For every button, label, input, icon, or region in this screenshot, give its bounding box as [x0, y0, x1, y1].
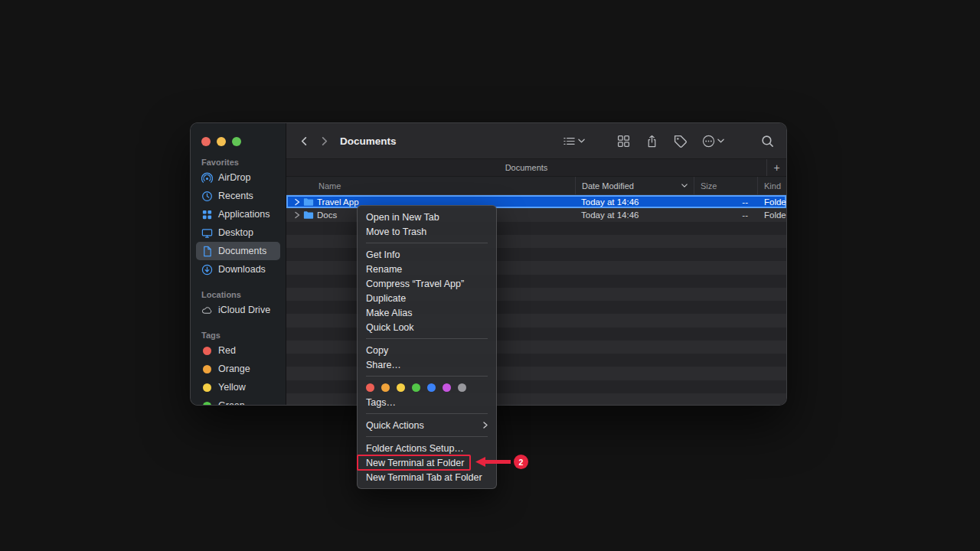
- sidebar-item-green[interactable]: Green: [196, 396, 280, 406]
- sidebar-item-label: AirDrop: [218, 172, 250, 183]
- chevron-down-icon: [578, 139, 585, 143]
- tag-color-dot[interactable]: [427, 383, 436, 392]
- tag-red-dot-icon: [201, 345, 213, 357]
- column-header-date-modified[interactable]: Date Modified: [575, 177, 694, 194]
- toolbar-buttons: [563, 135, 774, 148]
- menu-item-duplicate[interactable]: Duplicate: [358, 291, 496, 305]
- menu-item-label: Tags…: [366, 397, 396, 408]
- toolbar-share-button[interactable]: [645, 135, 658, 148]
- list-view-icon: [563, 135, 576, 148]
- menu-item-label: Share…: [366, 360, 401, 370]
- back-button[interactable]: [294, 131, 314, 151]
- icloud-icon: [201, 305, 213, 316]
- size-cell: --: [694, 210, 757, 220]
- toolbar-view-picker-button[interactable]: [563, 135, 585, 148]
- disclosure-chevron-icon[interactable]: [294, 211, 300, 219]
- tag-color-dot[interactable]: [397, 383, 405, 392]
- sidebar-item-yellow[interactable]: Yellow: [196, 378, 280, 396]
- menu-separator: [366, 436, 488, 437]
- menu-separator: [366, 376, 488, 377]
- sidebar-item-documents[interactable]: Documents: [196, 242, 280, 260]
- column-header-name[interactable]: Name: [286, 177, 575, 194]
- chevron-left-icon: [299, 135, 310, 147]
- sidebar-item-downloads[interactable]: Downloads: [196, 260, 280, 279]
- zoom-button[interactable]: [232, 137, 241, 146]
- menu-item-copy[interactable]: Copy: [358, 343, 496, 357]
- annotation-badge: 2: [514, 455, 528, 469]
- desktop-icon: [201, 227, 213, 239]
- sidebar-item-label: Yellow: [218, 382, 246, 393]
- search-icon: [761, 135, 774, 148]
- size-cell: --: [694, 197, 757, 207]
- menu-item-label: Rename: [366, 264, 402, 275]
- window-title: Documents: [340, 135, 397, 147]
- sidebar-item-label: Desktop: [218, 227, 253, 238]
- menu-item-label: Copy: [366, 345, 388, 356]
- sidebar-section-title-favorites: Favorites: [201, 158, 286, 167]
- menu-item-label: Quick Look: [366, 322, 414, 333]
- sidebar-item-icloud-drive[interactable]: iCloud Drive: [196, 301, 280, 319]
- menu-item-label: Compress “Travel App”: [366, 279, 464, 289]
- menu-item-share[interactable]: Share…: [358, 357, 496, 372]
- more-icon: [702, 135, 715, 148]
- sidebar: FavoritesAirDropRecentsApplicationsDeskt…: [191, 123, 286, 405]
- new-tab-button[interactable]: +: [766, 159, 786, 176]
- menu-item-new-terminal-tab-at-folder[interactable]: New Terminal Tab at Folder: [358, 470, 496, 484]
- toolbar-group-button[interactable]: [617, 135, 630, 148]
- annotation-arrow: [475, 456, 511, 468]
- menu-item-quick-look[interactable]: Quick Look: [358, 320, 496, 334]
- column-header-size[interactable]: Size: [694, 177, 757, 194]
- sidebar-section-title-locations: Locations: [201, 290, 286, 299]
- toolbar-search-button[interactable]: [761, 135, 774, 148]
- close-button[interactable]: [201, 137, 211, 146]
- menu-item-rename[interactable]: Rename: [358, 262, 496, 276]
- minimize-button[interactable]: [217, 137, 226, 146]
- menu-item-tags[interactable]: Tags…: [358, 395, 496, 409]
- menu-item-make-alias[interactable]: Make Alias: [358, 305, 496, 320]
- sidebar-section-title-tags: Tags: [201, 331, 286, 340]
- column-header-kind[interactable]: Kind: [757, 177, 786, 194]
- tag-color-dot[interactable]: [366, 383, 374, 392]
- date-modified-cell: Today at 14:46: [575, 210, 694, 220]
- airdrop-icon: [201, 172, 213, 184]
- menu-separator: [366, 338, 488, 339]
- sidebar-item-label: Recents: [218, 191, 253, 201]
- sidebar-item-label: Applications: [218, 209, 270, 220]
- menu-item-folder-actions-setup[interactable]: Folder Actions Setup…: [358, 441, 496, 455]
- toolbar: Documents: [286, 123, 786, 158]
- context-menu: Open in New TabMove to TrashGet InfoRena…: [357, 205, 497, 489]
- tag-color-dot[interactable]: [443, 383, 451, 392]
- menu-item-compress-travel-app[interactable]: Compress “Travel App”: [358, 276, 496, 291]
- tag-color-dot[interactable]: [412, 383, 420, 392]
- tag-orange-dot-icon: [201, 364, 213, 375]
- menu-item-get-info[interactable]: Get Info: [358, 247, 496, 262]
- file-name-label: Travel App: [317, 197, 359, 207]
- tag-color-dot[interactable]: [458, 383, 466, 392]
- sidebar-sections: FavoritesAirDropRecentsApplicationsDeskt…: [191, 158, 286, 406]
- disclosure-chevron-icon[interactable]: [294, 198, 300, 206]
- menu-item-label: Get Info: [366, 249, 400, 260]
- menu-item-label: New Terminal Tab at Folder: [366, 472, 482, 483]
- menu-item-quick-actions[interactable]: Quick Actions: [358, 418, 496, 432]
- menu-item-open-in-new-tab[interactable]: Open in New Tab: [358, 210, 496, 224]
- sidebar-item-orange[interactable]: Orange: [196, 360, 280, 378]
- toolbar-more-options-button[interactable]: [702, 135, 724, 148]
- tab-documents[interactable]: Documents: [286, 159, 766, 176]
- forward-button[interactable]: [314, 131, 334, 151]
- sidebar-item-recents[interactable]: Recents: [196, 187, 280, 205]
- kind-cell: Folder: [757, 197, 786, 207]
- column-header-label: Size: [701, 181, 717, 191]
- sidebar-item-red[interactable]: Red: [196, 341, 280, 360]
- sidebar-item-desktop[interactable]: Desktop: [196, 223, 280, 242]
- column-headers: NameDate ModifiedSizeKind: [286, 177, 786, 195]
- menu-item-move-to-trash[interactable]: Move to Trash: [358, 224, 496, 239]
- tag-color-dot[interactable]: [381, 383, 390, 392]
- sort-chevron-icon: [681, 184, 688, 187]
- menu-separator: [366, 243, 488, 243]
- menu-item-label: Move to Trash: [366, 227, 426, 237]
- toolbar-tags-button[interactable]: [674, 135, 687, 148]
- group-icon: [617, 135, 630, 148]
- sidebar-item-airdrop[interactable]: AirDrop: [196, 168, 280, 187]
- menu-item-label: New Terminal at Folder: [366, 458, 464, 468]
- sidebar-item-applications[interactable]: Applications: [196, 205, 280, 223]
